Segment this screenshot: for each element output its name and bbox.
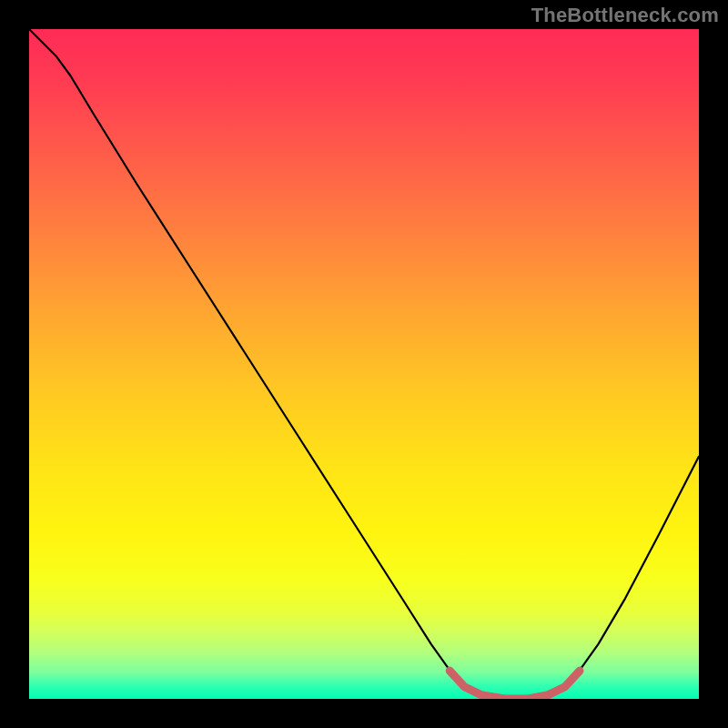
watermark-text: TheBottleneck.com: [531, 4, 719, 27]
chart-frame: TheBottleneck.com: [0, 0, 728, 728]
red-highlight: [450, 671, 580, 699]
black-curve: [29, 29, 699, 699]
plot-area: [29, 29, 699, 699]
curve-layer: [29, 29, 699, 699]
